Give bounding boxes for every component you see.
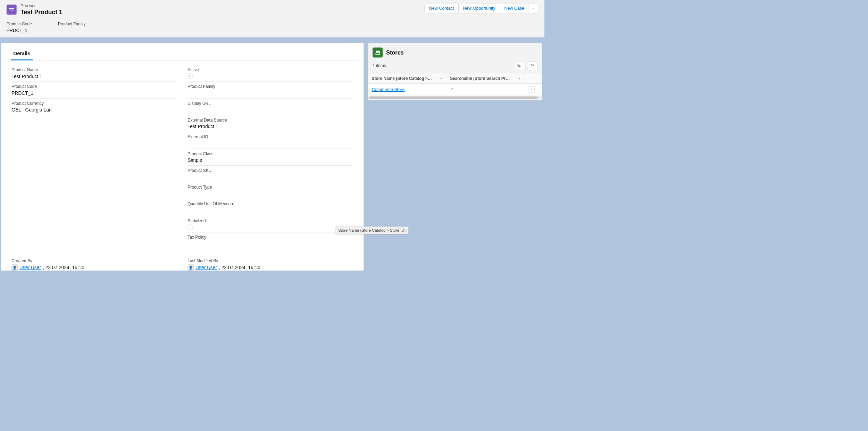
header-action-bar: New Contact New Opportunity New Case: [425, 3, 538, 13]
tab-details[interactable]: Details: [11, 47, 33, 60]
entity-type-label: Product: [20, 3, 62, 8]
more-actions-dropdown[interactable]: [529, 3, 538, 13]
stores-table: Store Name (Store Catalog >… Searchable …: [368, 73, 542, 96]
field-external-data-source: External Data Source Test Product 1: [187, 115, 353, 132]
field-product-code: Product Code PRDCT_1: [11, 82, 177, 98]
column-header-store-name[interactable]: Store Name (Store Catalog >…: [368, 73, 446, 83]
refresh-button[interactable]: [527, 61, 537, 70]
field-product-class: Product Class Simple: [187, 149, 353, 165]
field-label: Product Family: [58, 22, 85, 27]
created-by-user-link[interactable]: User User: [19, 265, 41, 270]
field-external-id: External ID: [187, 132, 353, 149]
created-by-date: , 22.07.2024, 16:14: [43, 265, 84, 270]
last-modified-by-user-link[interactable]: User User: [195, 265, 217, 270]
field-display-url: Display URL: [187, 98, 353, 115]
avatar-icon: 👤: [187, 264, 194, 270]
tooltip: Store Name (Store Catalog > Store ID): [335, 226, 409, 234]
field-label: Product Code: [7, 22, 32, 27]
stores-related-list: Stores 1 items: [368, 43, 542, 100]
store-name-link[interactable]: Commerce Store: [372, 87, 405, 92]
column-header-actions: [525, 73, 542, 83]
entity-title: Test Product 1: [20, 9, 62, 16]
header-field-product-family: Product Family: [58, 22, 85, 33]
field-value: PRDCT_1: [7, 28, 32, 33]
field-product-name: Product Name Test Product 1: [11, 65, 177, 82]
list-settings-button[interactable]: [515, 61, 525, 70]
field-product-type: Product Type: [187, 182, 353, 199]
record-header: Product Test Product 1 New Contact New O…: [0, 0, 544, 37]
new-contact-button[interactable]: New Contact: [425, 3, 459, 13]
last-modified-by-date: , 22.07.2024, 16:14: [219, 265, 260, 270]
field-serialized: Serialized: [187, 216, 353, 233]
store-icon: [373, 48, 383, 58]
field-created-by: Created By 👤 User User , 22.07.2024, 16:…: [11, 256, 177, 270]
active-checkbox: [187, 74, 192, 78]
field-product-currency: Product Currency GEL - Georgia Lari: [11, 98, 177, 115]
details-card: Details Product Name Test Product 1 Acti…: [1, 43, 364, 271]
related-title: Stores: [386, 49, 404, 56]
row-actions-menu[interactable]: [528, 86, 535, 93]
field-active: Active: [187, 65, 353, 82]
table-row: Commerce Store ✓: [368, 84, 542, 96]
horizontal-scrollbar[interactable]: [369, 97, 541, 99]
field-last-modified-by: Last Modified By 👤 User User , 22.07.202…: [187, 256, 353, 270]
header-field-product-code: Product Code PRDCT_1: [7, 22, 32, 33]
avatar-icon: 👤: [11, 264, 18, 270]
field-quantity-uom: Quantity Unit Of Measure: [187, 199, 353, 216]
field-tax-policy: Tax Policy: [187, 232, 353, 249]
column-header-searchable[interactable]: Searchable (Store Search Pr…: [446, 73, 525, 83]
new-opportunity-button[interactable]: New Opportunity: [458, 3, 500, 13]
searchable-check-icon: ✓: [446, 84, 525, 96]
field-product-sku: Product SKU: [187, 166, 353, 182]
serialized-checkbox: [187, 225, 192, 230]
new-case-button[interactable]: New Case: [500, 3, 529, 13]
product-icon: [7, 5, 17, 15]
tabs-bar: Details: [7, 47, 358, 61]
field-product-family: Product Family: [187, 82, 353, 98]
items-count: 1 items: [373, 64, 386, 68]
